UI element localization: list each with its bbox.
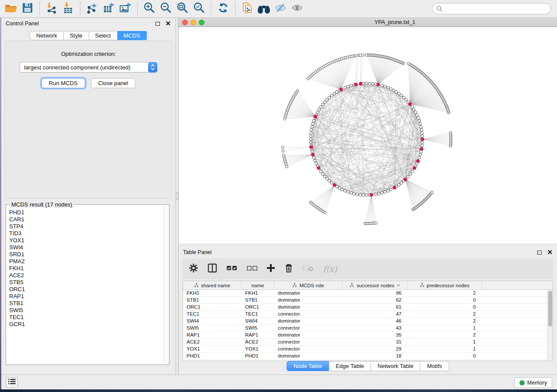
cell-successor-nodes[interactable]: 18 — [343, 353, 408, 359]
result-item[interactable]: ACE2 — [9, 272, 163, 279]
cell-MCDS-role[interactable]: connector — [274, 339, 343, 345]
export-network-button[interactable] — [84, 1, 100, 16]
refresh-button[interactable] — [215, 1, 232, 16]
cell-successor-nodes[interactable]: 43 — [343, 325, 408, 331]
cell-successor-nodes[interactable]: 31 — [343, 339, 408, 345]
table-row[interactable]: YOX1YOX1connector291 — [183, 346, 547, 353]
cell-name[interactable]: YOX1 — [242, 346, 274, 352]
cell-predecessor-nodes[interactable]: 0 — [408, 297, 482, 303]
result-item[interactable]: RAP1 — [9, 293, 163, 300]
result-item[interactable]: TID3 — [9, 230, 163, 237]
table-row[interactable]: ACE2ACE2connector311 — [183, 339, 547, 346]
cell-predecessor-nodes[interactable]: 2 — [408, 332, 482, 338]
cell-shared-name[interactable]: STB1 — [183, 297, 242, 303]
cell-name[interactable]: RAP1 — [242, 332, 274, 338]
result-item[interactable]: PHD1 — [9, 209, 163, 216]
result-item[interactable]: STB5 — [9, 279, 163, 286]
result-item[interactable]: TEC1 — [9, 314, 163, 321]
maximize-window-icon[interactable] — [199, 20, 204, 25]
deselect-all-icon[interactable] — [247, 265, 257, 273]
zoom-out-button[interactable] — [158, 1, 174, 16]
import-table-button[interactable] — [60, 1, 76, 16]
table-scrollbar[interactable] — [547, 290, 553, 361]
tab-network-table[interactable]: Network Table — [371, 361, 420, 371]
horizontal-splitter[interactable] — [179, 244, 557, 247]
cell-MCDS-role[interactable]: dominator — [274, 353, 343, 359]
column-header-successor-nodes[interactable]: successor nodes — [343, 281, 408, 289]
result-item[interactable]: SWI5 — [9, 307, 163, 314]
cell-MCDS-role[interactable]: dominator — [274, 290, 343, 296]
tab-select[interactable]: Select — [89, 31, 118, 40]
cell-MCDS-role[interactable]: dominator — [274, 318, 343, 324]
cell-predecessor-nodes[interactable]: 2 — [408, 311, 482, 317]
cell-MCDS-role[interactable]: connector — [274, 325, 343, 331]
result-item[interactable]: FKH1 — [9, 265, 163, 272]
cell-successor-nodes[interactable]: 46 — [343, 318, 408, 324]
cell-shared-name[interactable]: PHD1 — [183, 353, 242, 359]
zoom-in-button[interactable] — [141, 1, 158, 16]
cell-shared-name[interactable]: FKH1 — [183, 290, 242, 296]
cell-MCDS-role[interactable]: connector — [274, 311, 343, 317]
vertical-splitter[interactable] — [175, 18, 179, 378]
select-all-icon[interactable] — [226, 264, 238, 274]
cell-successor-nodes[interactable]: 96 — [343, 290, 408, 296]
result-item[interactable]: PMA2 — [9, 258, 163, 265]
memory-button[interactable]: Memory — [514, 377, 552, 388]
tab-node-table[interactable]: Node Table — [287, 361, 329, 371]
cell-shared-name[interactable]: TEC1 — [183, 311, 242, 317]
table-row[interactable]: PHD1PHD1dominator180 — [183, 353, 547, 360]
table-row[interactable]: FKH1FKH1dominator962 — [183, 290, 547, 297]
search-input[interactable] — [432, 3, 551, 14]
column-visibility-icon[interactable] — [208, 263, 217, 275]
column-header-name[interactable]: name — [242, 281, 274, 289]
log-console-button[interactable] — [6, 377, 18, 388]
result-item[interactable]: STB1 — [9, 300, 163, 307]
cell-shared-name[interactable]: SWI5 — [183, 325, 242, 331]
table-row[interactable]: STB1STB1dominator620 — [183, 297, 547, 304]
cell-name[interactable]: ACE2 — [242, 339, 274, 345]
float-window-icon[interactable] — [537, 251, 542, 254]
cell-MCDS-role[interactable]: dominator — [274, 304, 343, 310]
table-row[interactable]: ORC1ORC1dominator610 — [183, 304, 547, 311]
criterion-select[interactable]: largest connected component (undirected) — [20, 62, 157, 72]
table-row[interactable]: SWI4SWI4dominator462 — [183, 318, 547, 325]
column-header-predecessor-nodes[interactable]: predecessor nodes — [408, 281, 482, 289]
close-window-icon[interactable] — [182, 20, 188, 25]
table-row[interactable]: RAP1RAP1dominator352 — [183, 332, 547, 339]
export-table-button[interactable] — [100, 1, 117, 16]
cell-successor-nodes[interactable]: 61 — [343, 304, 408, 310]
delete-icon[interactable] — [284, 263, 293, 275]
tab-network[interactable]: Network — [30, 31, 64, 40]
cell-predecessor-nodes[interactable]: 1 — [408, 325, 482, 331]
cell-successor-nodes[interactable]: 47 — [343, 311, 408, 317]
close-panel-button[interactable]: Close panel — [91, 78, 136, 88]
table-row[interactable]: TEC1TEC1connector472 — [183, 311, 547, 318]
save-session-button[interactable] — [19, 1, 36, 16]
result-item[interactable]: GCR1 — [9, 321, 163, 328]
zoom-fit-button[interactable] — [174, 1, 191, 16]
tab-edge-table[interactable]: Edge Table — [329, 361, 371, 371]
mcds-result-scrollbar[interactable] — [163, 205, 169, 364]
cell-predecessor-nodes[interactable]: 1 — [408, 346, 482, 352]
open-session-button[interactable] — [3, 1, 19, 16]
close-panel-icon[interactable]: ✕ — [165, 21, 171, 26]
result-item[interactable]: STP4 — [9, 223, 163, 230]
result-item[interactable]: SRD1 — [9, 251, 163, 258]
clone-network-button[interactable] — [239, 1, 256, 16]
cell-MCDS-role[interactable]: dominator — [274, 332, 343, 338]
cell-name[interactable]: SWI5 — [242, 325, 274, 331]
cell-name[interactable]: ORC1 — [242, 304, 274, 310]
table-scrollbar-thumb[interactable] — [548, 291, 552, 327]
cell-predecessor-nodes[interactable]: 0 — [408, 353, 482, 359]
result-item[interactable]: ORC1 — [9, 286, 163, 293]
result-item[interactable]: YOX1 — [9, 237, 163, 244]
tab-mcds[interactable]: MCDS — [118, 31, 147, 40]
cell-predecessor-nodes[interactable]: 2 — [408, 318, 482, 324]
hide-selected-button[interactable] — [272, 1, 289, 16]
minimize-window-icon[interactable] — [190, 20, 196, 25]
cell-successor-nodes[interactable]: 29 — [343, 346, 408, 352]
cell-MCDS-role[interactable]: connector — [274, 346, 343, 352]
import-network-button[interactable] — [43, 1, 60, 16]
cell-name[interactable]: SWI4 — [242, 318, 274, 324]
add-column-icon[interactable] — [266, 264, 275, 274]
